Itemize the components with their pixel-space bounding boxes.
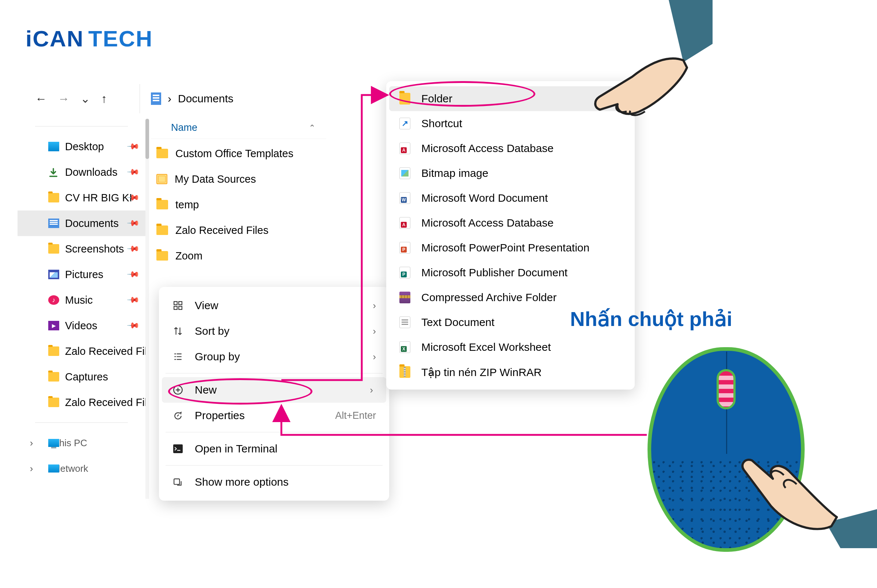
- pin-icon: 📌: [126, 319, 140, 332]
- word-icon: [399, 192, 410, 204]
- sidebar-item-screenshots[interactable]: Screenshots📌: [18, 236, 145, 262]
- submenu-arrow-icon: ›: [370, 384, 373, 396]
- sidebar-item-label: Videos: [65, 320, 97, 332]
- sidebar-item-label: Documents: [65, 218, 119, 230]
- sidebar-item-pictures[interactable]: Pictures📌: [18, 262, 145, 287]
- new-microsoft-access-database[interactable]: Microsoft Access Database: [386, 136, 635, 161]
- rar-icon: [399, 292, 410, 303]
- network-icon: [48, 465, 59, 472]
- sidebar-item-label: Desktop: [65, 141, 104, 153]
- submenu-item-label: Text Document: [421, 316, 495, 328]
- this-pc[interactable]: › This PC: [18, 430, 145, 456]
- sort-caret-icon: ⌃: [309, 123, 315, 133]
- access-icon: [399, 142, 410, 154]
- svg-rect-1: [179, 302, 182, 305]
- sidebar-item-label: Downloads: [65, 166, 117, 178]
- network[interactable]: › Network: [18, 456, 145, 481]
- back-button[interactable]: ←: [35, 92, 47, 106]
- new-bitmap-image[interactable]: Bitmap image: [386, 161, 635, 186]
- sidebar-item-zalo-received-fil[interactable]: Zalo Received Fil: [18, 338, 145, 364]
- submenu-item-label: Compressed Archive Folder: [421, 291, 556, 304]
- up-button[interactable]: ↑: [101, 92, 107, 106]
- navigation-pane: Desktop📌Downloads📌CV HR BIG KI📌Documents…: [18, 119, 145, 481]
- submenu-item-label: Bitmap image: [421, 167, 488, 179]
- pub-icon: [399, 267, 410, 279]
- file-label: Zoom: [175, 250, 202, 262]
- forward-button[interactable]: →: [58, 92, 69, 106]
- terminal-icon: [172, 443, 184, 454]
- file-item[interactable]: Zoom: [156, 243, 294, 268]
- breadcrumb-sep: ›: [168, 93, 171, 105]
- pc-icon: [48, 439, 59, 447]
- column-header-name[interactable]: Name ⌃: [151, 117, 326, 139]
- ctx-more-options[interactable]: Show more options: [159, 469, 389, 495]
- shortcut-hint: Alt+Enter: [335, 410, 376, 422]
- sidebar-item-videos[interactable]: Videos📌: [18, 313, 145, 338]
- ctx-new[interactable]: New›: [162, 377, 386, 403]
- submenu-arrow-icon: ›: [373, 326, 376, 337]
- submenu-item-label: Microsoft Word Document: [421, 192, 548, 204]
- file-label: Custom Office Templates: [175, 148, 294, 160]
- hand-pointing-mouse: [731, 417, 877, 548]
- new-microsoft-access-database[interactable]: Microsoft Access Database: [386, 210, 635, 236]
- sort-icon: [172, 325, 184, 337]
- sidebar-scrollbar-thumb[interactable]: [145, 119, 149, 159]
- folder-icon: [156, 225, 168, 235]
- folder-icon: [156, 200, 168, 209]
- documents-icon: [151, 93, 161, 105]
- new-submenu: FolderShortcutMicrosoft Access DatabaseB…: [386, 81, 635, 390]
- ctx-terminal[interactable]: Open in Terminal: [159, 436, 389, 462]
- submenu-arrow-icon: ›: [373, 351, 376, 363]
- pin-icon: 📌: [126, 216, 140, 230]
- sidebar-item-label: Pictures: [65, 268, 103, 280]
- sidebar-item-music[interactable]: Music📌: [18, 287, 145, 313]
- ctx-view[interactable]: View›: [159, 293, 389, 318]
- submenu-item-label: Shortcut: [421, 117, 462, 130]
- docs-icon: [48, 219, 59, 228]
- bmp-icon: [399, 167, 410, 179]
- new-microsoft-publisher-document[interactable]: Microsoft Publisher Document: [386, 260, 635, 285]
- svg-rect-0: [174, 302, 177, 305]
- new-compressed-archive-folder[interactable]: Compressed Archive Folder: [386, 285, 635, 310]
- view-icon: [172, 300, 184, 311]
- file-item[interactable]: temp: [156, 192, 294, 218]
- pin-icon: 📌: [126, 242, 140, 255]
- new-microsoft-powerpoint-presentation[interactable]: Microsoft PowerPoint Presentation: [386, 236, 635, 260]
- submenu-item-label: Microsoft Access Database: [421, 217, 553, 229]
- brand-logo: iCANTECH: [25, 26, 153, 51]
- file-item[interactable]: My Data Sources: [156, 166, 294, 192]
- pics-icon: [48, 270, 59, 279]
- zip-icon: [399, 366, 410, 378]
- music-icon: [48, 295, 59, 305]
- breadcrumb-loc[interactable]: Documents: [178, 93, 234, 105]
- new-icon: [172, 384, 184, 396]
- properties-icon: [172, 410, 184, 422]
- sidebar-item-label: CV HR BIG KI: [65, 192, 132, 204]
- access-icon: [399, 217, 410, 229]
- folder-icon: [48, 346, 59, 356]
- new-tập-tin-nén-zip-winrar[interactable]: Tập tin nén ZIP WinRAR: [386, 360, 635, 384]
- file-item[interactable]: Custom Office Templates: [156, 141, 294, 166]
- new-microsoft-word-document[interactable]: Microsoft Word Document: [386, 186, 635, 210]
- svg-rect-2: [174, 306, 177, 309]
- recent-dropdown[interactable]: ⌄: [80, 92, 90, 106]
- submenu-item-label: Microsoft PowerPoint Presentation: [421, 242, 589, 254]
- sidebar-item-label: Zalo Received Fil: [65, 345, 145, 357]
- sidebar-item-label: Captures: [65, 371, 108, 383]
- ctx-properties[interactable]: PropertiesAlt+Enter: [159, 403, 389, 428]
- breadcrumb[interactable]: › Documents: [151, 84, 234, 113]
- ctx-sort[interactable]: Sort by›: [159, 318, 389, 344]
- ctx-group[interactable]: Group by›: [159, 344, 389, 369]
- new-microsoft-excel-worksheet[interactable]: Microsoft Excel Worksheet: [386, 335, 635, 360]
- sidebar-item-cv-hr-big-ki[interactable]: CV HR BIG KI📌: [18, 185, 145, 210]
- sidebar-item-desktop[interactable]: Desktop📌: [18, 134, 145, 159]
- sidebar-item-captures[interactable]: Captures: [18, 364, 145, 390]
- group-icon: [172, 351, 184, 363]
- video-icon: [48, 321, 59, 330]
- sidebar-item-documents[interactable]: Documents📌: [18, 210, 145, 236]
- sidebar-item-downloads[interactable]: Downloads📌: [18, 159, 145, 185]
- file-item[interactable]: Zalo Received Files: [156, 218, 294, 243]
- more-icon: [172, 476, 184, 488]
- pin-icon: 📌: [126, 140, 140, 153]
- sidebar-item-zalo-received-fil[interactable]: Zalo Received Fil: [18, 390, 145, 415]
